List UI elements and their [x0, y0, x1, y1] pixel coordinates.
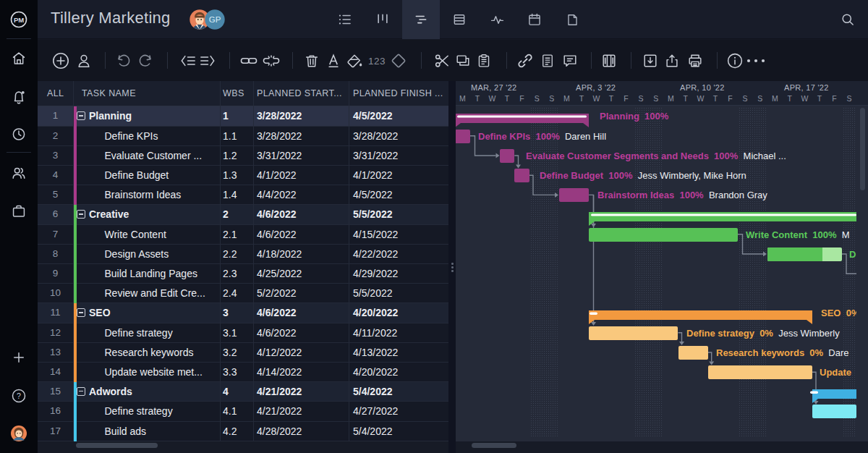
svg-text:PM: PM: [14, 16, 24, 24]
svg-text:GP: GP: [209, 15, 221, 24]
svg-text:?: ?: [17, 391, 21, 400]
